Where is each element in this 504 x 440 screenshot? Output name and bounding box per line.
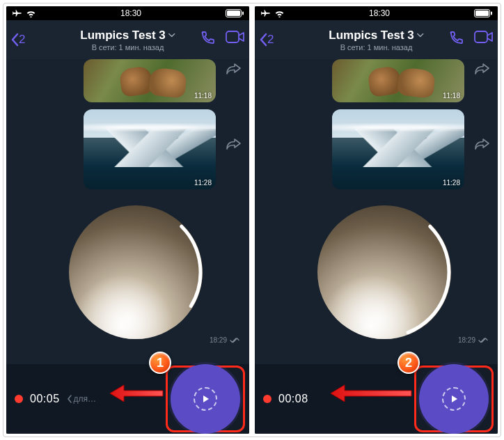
video-icon (226, 30, 245, 44)
step-badge-2: 2 (397, 352, 420, 374)
forward-icon (474, 62, 489, 74)
phone-left: 18:30 2 Lumpics Test 3 В сети: 1 мин. на… (6, 6, 249, 434)
back-button[interactable]: 2 (10, 33, 25, 47)
chevron-down-icon (168, 33, 175, 38)
message-time: 11:18 (443, 92, 460, 100)
read-receipt-icon (230, 338, 239, 343)
svg-rect-3 (226, 31, 239, 42)
phone-right: 18:30 2 Lumpics Test 3 В сети: 1 мин. на… (255, 6, 498, 434)
chat-body[interactable]: 11:18 11:28 18:29 (255, 59, 498, 364)
read-receipt-icon (478, 338, 488, 343)
chat-body[interactable]: 11:18 11:28 18:29 (6, 59, 249, 364)
arrow-left-icon (109, 382, 164, 404)
message-meta: 18:29 (210, 336, 239, 344)
forward-icon (474, 137, 489, 150)
phone-icon (448, 30, 464, 47)
back-button[interactable]: 2 (259, 33, 274, 47)
status-time: 18:30 (369, 8, 390, 18)
chevron-left-icon (259, 33, 267, 47)
phone-icon (199, 30, 216, 47)
comparison-container: 18:30 2 Lumpics Test 3 В сети: 1 мин. на… (3, 3, 501, 437)
image-message-2[interactable]: 11:28 (84, 109, 216, 189)
message-time: 11:18 (194, 92, 212, 100)
forward-icon (226, 62, 241, 74)
airplane-mode-icon (12, 9, 22, 17)
forward-button[interactable] (226, 62, 241, 77)
svg-point-4 (69, 205, 203, 339)
step-badge-1: 1 (149, 352, 171, 374)
play-icon (450, 395, 458, 403)
highlight-box (166, 366, 245, 432)
chevron-left-icon (67, 395, 72, 403)
record-video-button[interactable] (171, 364, 240, 434)
chat-header: 2 Lumpics Test 3 В сети: 1 мин. назад (255, 20, 498, 59)
play-icon (201, 395, 210, 403)
forward-button[interactable] (474, 62, 489, 77)
highlight-box (414, 366, 494, 432)
chat-header: 2 Lumpics Test 3 В сети: 1 мин. назад (6, 20, 249, 59)
chat-title[interactable]: Lumpics Test 3 (329, 29, 424, 42)
recording-timer: 00:08 (278, 393, 308, 405)
voice-call-button[interactable] (199, 30, 216, 49)
wifi-icon (274, 10, 285, 17)
forward-icon (226, 137, 241, 150)
image-message-2[interactable]: 11:28 (332, 109, 464, 189)
chat-title[interactable]: Lumpics Test 3 (80, 29, 175, 42)
status-bar: 18:30 (6, 6, 249, 20)
video-message[interactable] (69, 205, 203, 339)
video-icon (474, 30, 494, 44)
svg-point-9 (317, 205, 451, 339)
back-count: 2 (19, 33, 25, 47)
airplane-mode-icon (260, 9, 270, 17)
video-message[interactable] (317, 205, 451, 339)
recording-indicator-icon (15, 395, 23, 403)
chevron-left-icon (10, 33, 19, 47)
battery-icon (474, 9, 492, 17)
recording-indicator-icon (263, 395, 271, 403)
video-call-button[interactable] (226, 30, 245, 49)
forward-button[interactable] (474, 137, 489, 152)
progress-arc (317, 205, 451, 339)
battery-icon (226, 9, 244, 17)
chat-subtitle: В сети: 1 мин. назад (80, 43, 175, 52)
message-time: 11:28 (194, 179, 212, 187)
svg-rect-7 (491, 12, 492, 15)
svg-rect-8 (475, 31, 487, 42)
forward-button[interactable] (226, 137, 241, 152)
wifi-icon (26, 10, 36, 17)
arrow-left-icon (329, 382, 413, 404)
message-meta: 18:29 (458, 336, 488, 344)
swipe-hint: для… (67, 394, 97, 404)
svg-rect-1 (227, 10, 240, 16)
status-bar: 18:30 (255, 6, 498, 20)
svg-rect-6 (475, 10, 489, 16)
chevron-down-icon (417, 33, 424, 38)
recording-timer: 00:05 (30, 393, 60, 405)
svg-rect-2 (242, 12, 244, 15)
record-video-button[interactable] (419, 364, 489, 434)
chat-subtitle: В сети: 1 мин. назад (329, 43, 424, 52)
image-message-1[interactable]: 11:18 (84, 59, 216, 102)
image-message-1[interactable]: 11:18 (332, 59, 464, 102)
video-call-button[interactable] (474, 30, 494, 49)
status-time: 18:30 (120, 8, 141, 18)
back-count: 2 (267, 33, 274, 47)
message-time: 11:28 (443, 179, 460, 187)
progress-arc (69, 205, 203, 339)
voice-call-button[interactable] (448, 30, 464, 49)
